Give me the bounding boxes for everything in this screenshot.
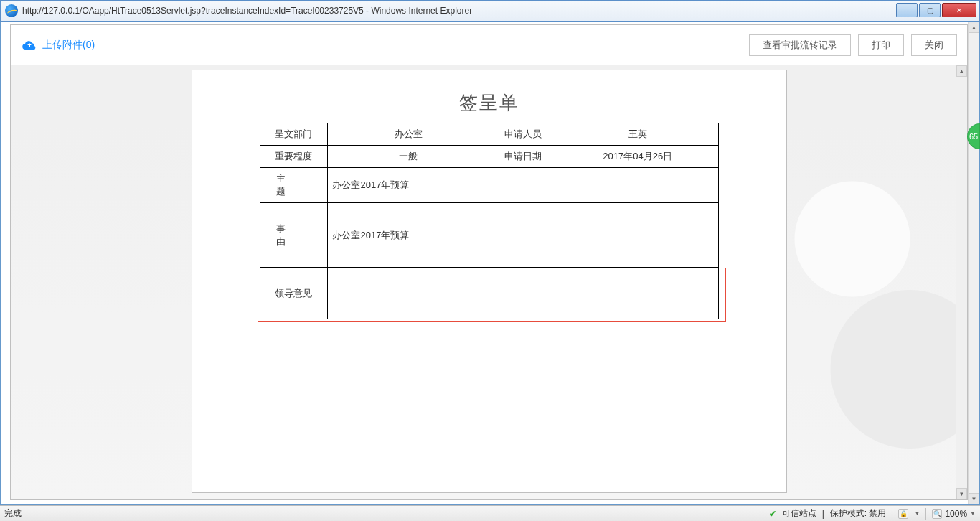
window-buttons: — ▢ ✕: [895, 3, 976, 19]
scroll-track[interactable]: [969, 33, 979, 493]
status-trusted: 可信站点: [782, 507, 816, 520]
opinion-label: 领导意见: [260, 268, 328, 319]
opinion-value[interactable]: [328, 268, 718, 319]
status-protected: 保护模式: 禁用: [830, 507, 887, 520]
upload-attachment-link[interactable]: 上传附件(0): [21, 39, 95, 52]
window-titlebar: http://127.0.0.1/OAapp/HtTrace0513Servle…: [0, 0, 980, 22]
scroll-down-arrow[interactable]: ▼: [969, 493, 979, 504]
applicant-value: 王英: [557, 123, 718, 146]
priority-label: 重要程度: [260, 146, 328, 168]
window-title: http://127.0.0.1/OAapp/HtTrace0513Servle…: [21, 6, 895, 16]
status-left: 完成: [0, 507, 22, 520]
applicant-label: 申请人员: [489, 123, 557, 146]
inner-scrollbar[interactable]: ▲ ▼: [956, 65, 967, 499]
scroll-up-arrow[interactable]: ▲: [956, 65, 967, 77]
status-divider: [925, 508, 926, 520]
upload-attachment-label: 上传附件(0): [42, 39, 95, 52]
dropdown-arrow-icon[interactable]: ▼: [914, 510, 920, 517]
outer-scrollbar[interactable]: ▲ ▼: [968, 22, 979, 504]
scroll-up-arrow[interactable]: ▲: [969, 22, 979, 33]
page-frame: 上传附件(0) 查看审批流转记录 打印 关闭 签呈单 呈文部门 办公室 申请人员…: [10, 24, 968, 500]
document-sheet: 签呈单 呈文部门 办公室 申请人员 王英 重要程度 一般 申请日期 2017年0…: [192, 70, 787, 493]
page-body: 签呈单 呈文部门 办公室 申请人员 王英 重要程度 一般 申请日期 2017年0…: [11, 65, 967, 499]
scroll-down-arrow[interactable]: ▼: [956, 488, 967, 499]
print-button[interactable]: 打印: [858, 34, 904, 56]
cloud-upload-icon: [21, 39, 38, 51]
scroll-track[interactable]: [956, 77, 967, 488]
reason-value: 办公室2017年预算: [328, 203, 718, 268]
window-close-button[interactable]: ✕: [942, 3, 976, 17]
security-icon[interactable]: 🔒: [898, 509, 908, 519]
zoom-control[interactable]: 🔍 100% ▼: [932, 509, 976, 519]
dept-label: 呈文部门: [260, 123, 328, 146]
priority-value: 一般: [328, 146, 489, 168]
dept-value: 办公室: [328, 123, 489, 146]
date-label: 申请日期: [489, 146, 557, 168]
status-divider: [892, 508, 892, 520]
status-bar: 完成 ✔ 可信站点 | 保护模式: 禁用 🔒 ▼ 🔍 100% ▼: [0, 505, 980, 521]
document-title: 签呈单: [225, 90, 754, 116]
status-separator: |: [822, 509, 824, 519]
check-icon: ✔: [769, 509, 776, 519]
ie-icon: [5, 4, 18, 17]
zoom-value: 100%: [945, 509, 967, 519]
form-table: 呈文部门 办公室 申请人员 王英 重要程度 一般 申请日期 2017年04月26…: [260, 123, 719, 319]
subject-value: 办公室2017年预算: [328, 168, 718, 203]
close-button[interactable]: 关闭: [911, 34, 957, 56]
page-toolbar: 上传附件(0) 查看审批流转记录 打印 关闭: [11, 25, 967, 65]
date-value: 2017年04月26日: [557, 146, 718, 168]
view-approval-button[interactable]: 查看审批流转记录: [749, 34, 851, 56]
dropdown-arrow-icon[interactable]: ▼: [970, 510, 976, 517]
browser-viewport: 上传附件(0) 查看审批流转记录 打印 关闭 签呈单 呈文部门 办公室 申请人员…: [0, 22, 980, 505]
minimize-button[interactable]: —: [896, 3, 918, 17]
zoom-icon: 🔍: [932, 509, 942, 519]
reason-label: 事 由: [260, 203, 328, 268]
maximize-button[interactable]: ▢: [919, 3, 941, 17]
subject-label: 主 题: [260, 168, 328, 203]
